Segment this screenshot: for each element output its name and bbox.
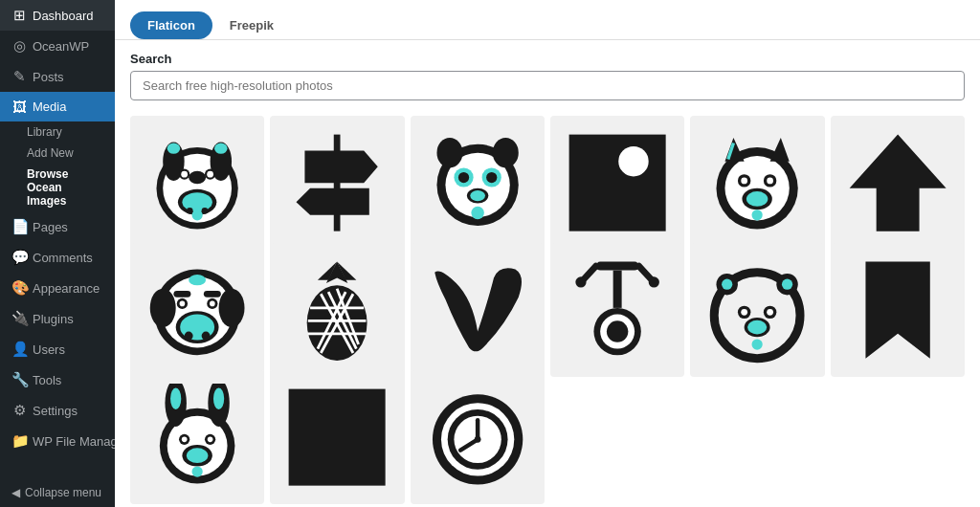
svg-point-59 <box>189 275 206 285</box>
svg-point-10 <box>207 171 213 178</box>
sidebar: ⊞ Dashboard ◎ OceanWP ✎ Posts 🖼 Media Li… <box>0 0 115 507</box>
svg-rect-72 <box>596 262 639 271</box>
svg-marker-17 <box>305 150 378 183</box>
svg-point-9 <box>181 171 188 178</box>
svg-line-78 <box>639 266 652 280</box>
media-icon: 🖼 <box>11 99 27 115</box>
grid-item-black-square[interactable] <box>550 116 684 250</box>
svg-point-5 <box>182 192 212 211</box>
search-area: Search <box>115 40 980 108</box>
grid-item-black-square-2[interactable] <box>270 370 404 504</box>
svg-rect-107 <box>289 389 386 486</box>
svg-point-15 <box>202 208 209 214</box>
svg-point-43 <box>752 209 763 220</box>
svg-point-38 <box>742 178 748 185</box>
tab-bar: Flaticon Freepik <box>115 0 980 40</box>
sidebar-item-media[interactable]: 🖼 Media <box>0 92 115 121</box>
svg-point-92 <box>782 279 792 290</box>
grid-item-vimeo[interactable] <box>411 243 545 377</box>
svg-rect-50 <box>204 291 221 298</box>
sidebar-sub-library[interactable]: Library <box>0 121 115 143</box>
grid-item-rabbit[interactable] <box>130 370 264 504</box>
svg-point-39 <box>768 178 774 185</box>
svg-marker-93 <box>865 262 929 359</box>
grid-item-bear-circle[interactable] <box>690 243 824 377</box>
svg-point-21 <box>436 138 462 167</box>
svg-point-48 <box>219 289 245 327</box>
search-input[interactable] <box>130 71 965 100</box>
svg-point-100 <box>182 437 188 443</box>
collapse-icon: ◀ <box>11 486 20 499</box>
grid-item-signs[interactable] <box>270 116 404 250</box>
svg-point-47 <box>150 289 176 327</box>
svg-point-90 <box>752 339 763 349</box>
svg-point-105 <box>170 388 181 409</box>
collapse-menu[interactable]: ◀ Collapse menu <box>0 478 115 507</box>
sidebar-item-posts[interactable]: ✎ Posts <box>0 61 115 92</box>
svg-point-76 <box>607 320 628 342</box>
svg-point-91 <box>722 279 732 290</box>
svg-rect-73 <box>613 271 622 308</box>
grid-item-raccoon[interactable] <box>411 116 545 250</box>
svg-point-41 <box>746 191 768 207</box>
grid-item-clock[interactable] <box>411 370 545 504</box>
sidebar-item-dashboard[interactable]: ⊞ Dashboard <box>0 0 115 31</box>
sidebar-item-oceanwp[interactable]: ◎ OceanWP <box>0 31 115 61</box>
svg-point-11 <box>167 143 180 154</box>
plugins-icon: 🔌 <box>11 310 27 327</box>
svg-point-54 <box>210 301 215 307</box>
svg-point-104 <box>192 466 203 476</box>
svg-point-106 <box>213 388 224 409</box>
svg-point-6 <box>189 171 206 184</box>
oceanwp-icon: ◎ <box>11 37 27 55</box>
pages-icon: 📄 <box>11 218 27 235</box>
svg-point-79 <box>575 276 586 287</box>
svg-point-114 <box>474 436 480 443</box>
svg-marker-44 <box>849 135 946 231</box>
sidebar-item-comments[interactable]: 💬 Comments <box>0 242 115 273</box>
settings-icon: ⚙ <box>11 402 27 419</box>
svg-point-87 <box>768 309 774 316</box>
posts-icon: ✎ <box>11 68 27 85</box>
grid-item-cat-face[interactable] <box>690 116 824 250</box>
sidebar-item-users[interactable]: 👤 Users <box>0 334 115 364</box>
sidebar-item-plugins[interactable]: 🔌 Plugins <box>0 303 115 334</box>
grid-item-stethoscope[interactable] <box>550 243 684 377</box>
tab-freepik[interactable]: Freepik <box>212 11 291 39</box>
sidebar-item-pages[interactable]: 📄 Pages <box>0 211 115 242</box>
grid-item-pineapple[interactable] <box>270 243 404 377</box>
svg-marker-18 <box>297 188 369 215</box>
svg-point-101 <box>208 437 213 443</box>
svg-point-13 <box>192 209 203 220</box>
search-label: Search <box>130 52 965 66</box>
sidebar-item-wp-file-manager[interactable]: 📁 WP File Manager <box>0 426 115 456</box>
grid-item-dog-face[interactable] <box>130 116 264 250</box>
appearance-icon: 🎨 <box>11 279 27 297</box>
svg-point-14 <box>187 208 193 214</box>
sidebar-item-settings[interactable]: ⚙ Settings <box>0 395 115 426</box>
users-icon: 👤 <box>11 341 27 358</box>
svg-point-103 <box>187 448 208 463</box>
sidebar-sub-browse-ocean[interactable]: Browse Ocean Images <box>0 164 115 211</box>
comments-icon: 💬 <box>11 249 27 266</box>
svg-point-28 <box>470 190 485 201</box>
main-content: Flaticon Freepik Search <box>115 0 980 507</box>
sidebar-item-tools[interactable]: 🔧 Tools <box>0 364 115 395</box>
sidebar-sub-add-new[interactable]: Add New <box>0 143 115 164</box>
svg-point-80 <box>649 276 659 287</box>
grid-item-up-arrow[interactable] <box>831 116 965 250</box>
image-grid <box>115 108 980 507</box>
svg-point-25 <box>458 172 469 183</box>
dashboard-icon: ⊞ <box>11 7 27 24</box>
svg-point-22 <box>493 138 519 167</box>
svg-line-77 <box>583 266 595 280</box>
grid-item-bookmark[interactable] <box>831 243 965 377</box>
svg-rect-30 <box>569 135 666 231</box>
tools-icon: 🔧 <box>11 371 27 388</box>
sidebar-item-appearance[interactable]: 🎨 Appearance <box>0 273 115 303</box>
svg-point-53 <box>180 301 186 307</box>
svg-point-31 <box>618 146 648 176</box>
svg-point-58 <box>202 332 211 341</box>
tab-flaticon[interactable]: Flaticon <box>130 11 212 39</box>
grid-item-bulldog[interactable] <box>130 243 264 377</box>
